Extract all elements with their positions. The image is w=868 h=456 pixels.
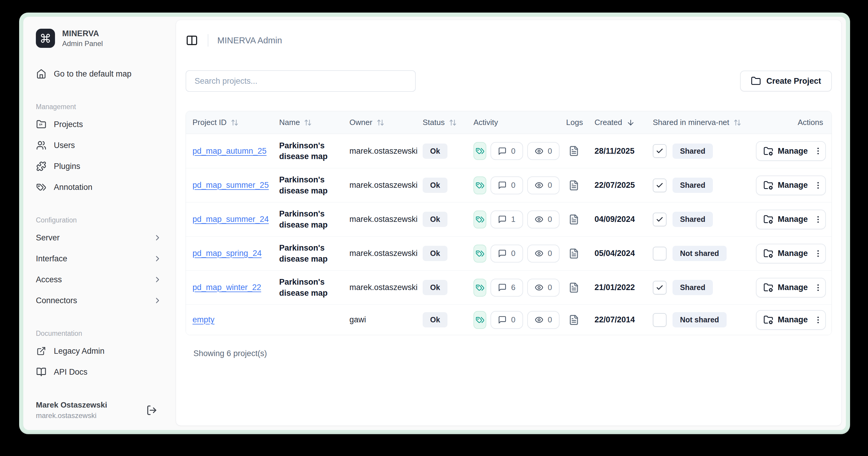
column-header-owner[interactable]: Owner	[343, 118, 416, 127]
column-header-status[interactable]: Status	[416, 118, 467, 127]
row-menu-button[interactable]	[811, 311, 825, 329]
sidebar-item-server[interactable]: Server	[36, 227, 162, 248]
logs-button[interactable]	[568, 145, 580, 157]
project-id-link[interactable]: pd_map_winter_22	[192, 283, 261, 292]
comments-button[interactable]: 0	[491, 311, 523, 329]
sidebar-item-api-docs[interactable]: API Docs	[36, 362, 162, 383]
users-icon	[36, 140, 46, 151]
eye-icon	[535, 315, 544, 324]
comments-button[interactable]: 1	[491, 211, 523, 229]
sidebar-item-legacy-admin[interactable]: Legacy Admin	[36, 341, 162, 362]
annotations-button[interactable]	[473, 311, 486, 329]
shared-checkbox[interactable]	[653, 281, 666, 295]
row-menu-button[interactable]	[811, 176, 825, 195]
annotations-button[interactable]	[473, 279, 486, 297]
project-id-link[interactable]: pd_map_autumn_25	[192, 147, 267, 156]
brand-subtitle: Admin Panel	[62, 39, 103, 48]
sort-both-icon	[734, 119, 741, 126]
logs-button[interactable]	[568, 282, 580, 294]
views-button[interactable]: 0	[527, 176, 560, 194]
manage-label: Manage	[778, 315, 808, 325]
sidebar-item-connectors[interactable]: Connectors	[36, 290, 162, 311]
window-frame: MINERVA Admin Panel Go to the default ma…	[19, 12, 850, 434]
row-menu-button[interactable]	[811, 244, 825, 263]
sidebar-toggle-button[interactable]	[186, 34, 199, 47]
shared-checkbox[interactable]	[653, 144, 666, 158]
sidebar-item-label: API Docs	[54, 367, 88, 377]
manage-button[interactable]: Manage	[756, 311, 811, 329]
project-name: Parkinson's disease map	[273, 208, 343, 230]
annotations-button[interactable]	[473, 142, 486, 160]
comments-button[interactable]: 6	[491, 279, 523, 297]
shared-checkbox[interactable]	[653, 179, 666, 192]
shared-checkbox[interactable]	[653, 313, 666, 327]
sidebar-item-access[interactable]: Access	[36, 269, 162, 290]
table-row: pd_map_autumn_25 Parkinson's disease map…	[186, 134, 832, 168]
comments-button[interactable]: 0	[491, 142, 523, 160]
command-icon	[40, 33, 51, 44]
views-count: 0	[548, 181, 552, 190]
sidebar-item-label: Go to the default map	[54, 69, 131, 79]
created-date: 04/09/2024	[588, 215, 646, 224]
column-header-project-id[interactable]: Project ID	[186, 118, 273, 127]
logout-icon	[146, 404, 158, 416]
user-footer: Marek Ostaszewski marek.ostaszewski	[36, 400, 162, 420]
brand: MINERVA Admin Panel	[36, 29, 162, 48]
column-header-name[interactable]: Name	[273, 118, 343, 127]
search-input[interactable]	[186, 70, 416, 92]
logout-button[interactable]	[146, 404, 158, 416]
column-header-shared[interactable]: Shared in minerva-net	[646, 118, 749, 127]
manage-button[interactable]: Manage	[756, 244, 811, 263]
sidebar-item-interface[interactable]: Interface	[36, 248, 162, 269]
sidebar-item-plugins[interactable]: Plugins	[36, 156, 162, 177]
status-badge: Ok	[423, 212, 447, 227]
chevron-right-icon	[153, 254, 162, 263]
project-owner: marek.ostaszewski	[343, 181, 416, 190]
shared-checkbox[interactable]	[653, 213, 666, 226]
manage-button[interactable]: Manage	[756, 176, 811, 195]
row-menu-button[interactable]	[811, 278, 825, 297]
views-button[interactable]: 0	[527, 211, 560, 229]
sidebar-item-label: Access	[36, 275, 62, 284]
annotations-button[interactable]	[473, 211, 486, 229]
logs-button[interactable]	[568, 248, 580, 260]
sidebar-item-projects[interactable]: Projects	[36, 114, 162, 135]
manage-button[interactable]: Manage	[756, 210, 811, 229]
annotations-button[interactable]	[473, 176, 486, 194]
views-button[interactable]: 0	[527, 245, 560, 263]
sidebar-item-users[interactable]: Users	[36, 135, 162, 156]
views-button[interactable]: 0	[527, 142, 560, 160]
status-badge: Ok	[423, 144, 447, 159]
views-button[interactable]: 0	[527, 311, 560, 329]
annotations-button[interactable]	[473, 245, 486, 263]
sidebar-item-default-map[interactable]: Go to the default map	[36, 63, 162, 84]
folder-cog-icon	[764, 146, 773, 156]
shared-badge: Shared	[673, 212, 713, 227]
create-project-button[interactable]: Create Project	[740, 70, 832, 91]
row-menu-button[interactable]	[811, 142, 825, 160]
external-link-icon	[36, 346, 46, 357]
manage-button-group: Manage	[756, 210, 826, 229]
row-menu-button[interactable]	[811, 210, 825, 229]
manage-button-group: Manage	[756, 278, 826, 298]
column-header-created[interactable]: Created	[588, 118, 646, 127]
comments-button[interactable]: 0	[491, 176, 523, 194]
logs-button[interactable]	[568, 179, 580, 191]
views-count: 0	[548, 283, 552, 292]
eye-icon	[535, 215, 544, 224]
table-row: pd_map_winter_22 Parkinson's disease map…	[186, 270, 832, 304]
project-id-link[interactable]: empty	[192, 315, 215, 325]
logs-button[interactable]	[568, 314, 580, 326]
comment-icon	[498, 181, 507, 189]
sidebar-item-annotation[interactable]: Annotation	[36, 177, 162, 197]
views-button[interactable]: 0	[527, 279, 560, 297]
logs-button[interactable]	[568, 213, 580, 225]
project-id-link[interactable]: pd_map_summer_25	[192, 181, 269, 190]
manage-button[interactable]: Manage	[756, 278, 811, 297]
section-label-documentation: Documentation	[36, 330, 162, 338]
manage-button[interactable]: Manage	[756, 142, 811, 160]
project-id-link[interactable]: pd_map_summer_24	[192, 215, 269, 224]
comments-button[interactable]: 0	[491, 245, 523, 263]
project-id-link[interactable]: pd_map_spring_24	[192, 249, 261, 258]
shared-checkbox[interactable]	[653, 247, 666, 261]
